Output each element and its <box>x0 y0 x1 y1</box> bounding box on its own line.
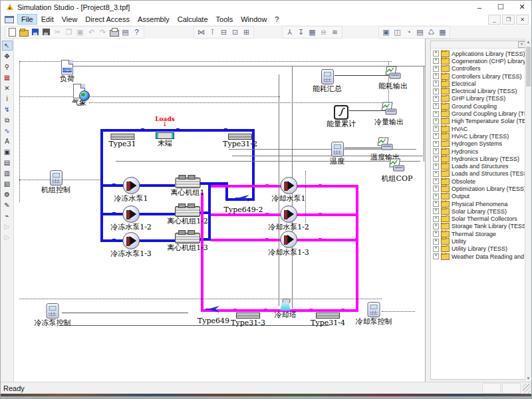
expand-icon[interactable]: + <box>433 133 439 139</box>
tree-item[interactable]: +Physical Phenomena <box>432 200 526 207</box>
menu-item-direct-access[interactable]: Direct Access <box>81 14 134 25</box>
expand-icon[interactable]: + <box>433 103 439 109</box>
component-type31-3[interactable]: Type31-3 <box>231 307 265 327</box>
tree-item[interactable]: +Loads and Structures <box>432 162 526 170</box>
play-tool-1[interactable]: ▷ <box>2 221 13 231</box>
menu-item-assembly[interactable]: Assembly <box>134 14 174 25</box>
tree-item[interactable]: +Obsolete <box>432 178 526 185</box>
component-energy-output[interactable]: 能耗输出 <box>378 66 408 90</box>
tree-item[interactable]: +Electrical Library (TESS) <box>432 87 526 94</box>
new-file-button[interactable] <box>7 27 18 37</box>
tree-item[interactable]: +Cogeneration (CHP) Library (TESS) <box>432 57 526 65</box>
expand-icon[interactable]: + <box>433 239 439 245</box>
component-type31[interactable]: Type31 <box>108 128 136 148</box>
print-button[interactable] <box>108 27 120 37</box>
menu-item-edit[interactable]: Edit <box>37 14 58 25</box>
component-cw-pump-3[interactable]: 冷却水泵1-3 <box>268 231 309 257</box>
text-tool[interactable]: A <box>2 136 13 146</box>
expand-icon[interactable]: + <box>433 208 439 214</box>
tree-item[interactable]: +Utility Library (TESS) <box>432 245 526 253</box>
tree-item[interactable]: +Ground Coupling <box>432 102 526 110</box>
probe-button[interactable]: ⍾ <box>318 27 329 37</box>
expand-icon[interactable]: + <box>433 216 439 222</box>
clock-view-button[interactable]: ◔ <box>403 27 414 37</box>
copy-button[interactable]: ❐ <box>63 27 74 37</box>
undo-button[interactable]: ↶ <box>86 27 97 37</box>
close-button[interactable]: ✕ <box>511 1 532 13</box>
frame-view-button[interactable]: ▣ <box>380 27 392 37</box>
expand-icon[interactable]: + <box>433 141 439 147</box>
expand-icon[interactable]: + <box>433 253 439 259</box>
component-cop-output[interactable]: 机组COP <box>382 158 413 183</box>
document-window-icon[interactable] <box>5 16 14 23</box>
play-tool-2[interactable]: ▷ <box>2 232 13 242</box>
link-components-button[interactable]: ⅄ <box>284 27 295 37</box>
expand-icon[interactable]: + <box>433 51 439 57</box>
menu-item-view[interactable]: View <box>58 14 82 25</box>
link-tool[interactable]: ⧉ <box>2 115 13 125</box>
expand-icon[interactable]: + <box>433 223 439 229</box>
tree-item[interactable]: +Solar Library (TESS) <box>432 207 526 215</box>
menu-item-tools[interactable]: Tools <box>212 14 237 25</box>
fit-horizontal-button[interactable]: ⋈ <box>196 27 207 37</box>
trace-curve-button[interactable]: ≋ <box>329 27 340 37</box>
expand-icon[interactable]: + <box>433 58 439 64</box>
menu-item-window[interactable]: Window <box>237 14 271 25</box>
component-temperature-calc[interactable]: 温度 <box>330 142 344 166</box>
scroll-down-icon[interactable]: ▼ <box>525 375 531 382</box>
settings-tool[interactable]: ⚙ <box>2 190 13 200</box>
export-tool[interactable]: ▧ <box>2 179 13 189</box>
tree-item[interactable]: +Applications Library (TESS) <box>432 50 526 57</box>
component-weather[interactable]: 气象 <box>72 84 86 107</box>
expand-icon[interactable]: + <box>433 201 439 207</box>
probe-tool[interactable]: ↯ <box>2 104 13 114</box>
insert-down-button[interactable]: ↧ <box>295 27 307 37</box>
expand-icon[interactable]: + <box>433 118 439 124</box>
tree-item[interactable]: +HVAC Library (TESS) <box>432 132 526 140</box>
tree-item[interactable]: +Loads and Structures (TESS) <box>432 170 526 178</box>
resize-grip[interactable] <box>523 384 532 393</box>
zoom-tool[interactable]: ⚲ <box>2 62 13 72</box>
component-terminal[interactable]: 末端 <box>156 127 174 148</box>
tree-item[interactable]: +Thermal Storage <box>432 230 526 237</box>
menu-item-help[interactable]: ? <box>271 14 283 25</box>
tree-item[interactable]: +Storage Tank Library (TESS) <box>432 223 526 230</box>
tree-item[interactable]: +Hydronics Library (TESS) <box>432 155 526 162</box>
select-tool[interactable]: ↖ <box>2 41 13 51</box>
pen-tool[interactable]: ✎ <box>2 200 13 210</box>
run-tool[interactable]: ⌁ <box>2 211 13 221</box>
child-restore-button[interactable]: ❐ <box>502 15 515 25</box>
tree-item[interactable]: +Optimization Library (TESS) <box>432 185 526 192</box>
scroll-up-icon[interactable]: ▲ <box>525 39 531 45</box>
component-cw-pump-2[interactable]: 冷却水泵1-2 <box>268 205 309 231</box>
component-chw-pump-3[interactable]: 冷冻水泵1-3 <box>110 232 152 258</box>
tree-item[interactable]: +Electrical <box>432 80 526 87</box>
layout-tool-1[interactable]: ▣ <box>2 147 13 157</box>
expand-icon[interactable]: + <box>433 231 439 237</box>
expand-icon[interactable]: + <box>433 111 439 117</box>
info-tool[interactable]: i <box>2 94 13 104</box>
paste-button[interactable]: ▣ <box>74 27 86 37</box>
tree-item[interactable]: +Hydronics <box>432 148 526 155</box>
component-chiller-2[interactable]: 离心机组1-2 <box>167 205 208 225</box>
tree-item[interactable]: +Utility <box>432 237 526 245</box>
tree-item[interactable]: +GHP Library (TESS) <box>432 95 526 102</box>
grid-view-button[interactable]: ▦ <box>437 27 448 37</box>
save-all-button[interactable] <box>41 27 52 37</box>
component-energy-summary[interactable]: 能耗汇总 <box>313 69 342 93</box>
component-chw-pump-1[interactable]: 冷冻水泵1 <box>114 177 148 203</box>
help-button[interactable]: ? <box>131 27 142 37</box>
expand-icon[interactable]: + <box>433 194 439 200</box>
component-cw-pump-1[interactable]: 冷却水泵1 <box>272 177 306 203</box>
component-chwp-control[interactable]: 冷冻泵控制 <box>35 303 71 327</box>
list-view-button[interactable]: ▤ <box>414 27 426 37</box>
pan-tool[interactable]: ✥ <box>2 51 13 61</box>
tree-item[interactable]: +High Temperature Solar (TESS) <box>432 118 526 125</box>
tree-item[interactable]: +Weather Data Reading and Process <box>432 253 526 260</box>
canvas[interactable]: USER负荷气象Type31末端Type31-2机组控制冷冻水泵1冷冻水泵1-2… <box>14 39 426 382</box>
component-cwp-control[interactable]: 冷却泵控制 <box>356 302 392 326</box>
wave-tool[interactable]: ∿ <box>2 126 13 136</box>
component-type649[interactable]: Type649 <box>198 305 229 325</box>
menu-item-file[interactable]: File <box>17 14 37 25</box>
expand-icon[interactable]: + <box>433 80 439 86</box>
